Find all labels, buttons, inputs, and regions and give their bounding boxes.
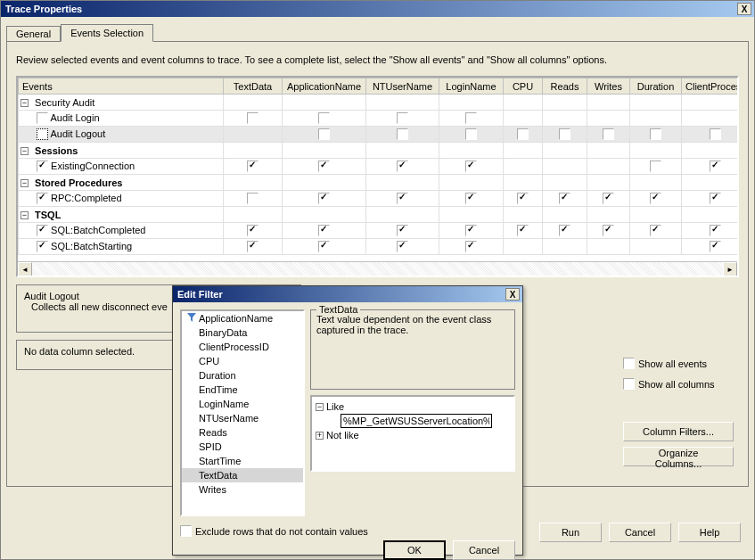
scroll-right-button[interactable]: ► — [723, 262, 737, 276]
column-list-item[interactable]: Reads — [182, 425, 303, 440]
event-row[interactable]: SQL:BatchCompleted — [19, 223, 740, 239]
cell-checkbox[interactable] — [603, 128, 614, 140]
cell-checkbox[interactable] — [247, 112, 259, 124]
cell-checkbox[interactable] — [465, 161, 477, 172]
cell-checkbox[interactable] — [650, 128, 661, 140]
tree-like-node[interactable]: − Like — [316, 400, 510, 413]
cell-checkbox[interactable] — [465, 112, 477, 124]
help-button[interactable]: Help — [678, 523, 741, 542]
cell-checkbox[interactable] — [465, 225, 477, 236]
cell-checkbox[interactable] — [603, 225, 614, 236]
column-list-item[interactable]: SPID — [182, 440, 303, 454]
column-list-item[interactable]: Writes — [182, 482, 303, 497]
cell-checkbox[interactable] — [710, 225, 721, 236]
ok-button[interactable]: OK — [383, 540, 446, 560]
collapse-icon[interactable]: − — [21, 147, 29, 155]
column-header[interactable]: ApplicationName — [283, 78, 366, 95]
cell-checkbox[interactable] — [318, 225, 330, 236]
cell-checkbox[interactable] — [318, 193, 330, 204]
event-checkbox[interactable] — [37, 161, 48, 172]
tab-events-selection[interactable]: Events Selection — [61, 24, 153, 42]
collapse-icon[interactable]: − — [21, 179, 29, 187]
show-all-columns-checkbox[interactable] — [623, 378, 635, 390]
column-header[interactable]: LoginName — [439, 78, 504, 95]
column-list-item[interactable]: ClientProcessID — [182, 340, 303, 354]
cell-checkbox[interactable] — [397, 241, 408, 252]
column-filters-button[interactable]: Column Filters... — [623, 422, 734, 441]
event-row[interactable]: Audit Login — [19, 111, 740, 127]
filter-tree[interactable]: − Like + Not like — [310, 395, 515, 472]
event-checkbox[interactable] — [37, 225, 48, 236]
cell-checkbox[interactable] — [318, 241, 330, 252]
event-row[interactable]: Audit Logout — [19, 127, 740, 143]
column-header[interactable]: NTUserName — [366, 78, 439, 95]
tree-notlike-node[interactable]: + Not like — [316, 429, 510, 441]
expand-icon[interactable]: + — [316, 432, 324, 440]
exclude-checkbox[interactable] — [180, 525, 192, 537]
column-header[interactable]: Duration — [630, 78, 682, 95]
close-button[interactable]: X — [737, 3, 751, 15]
event-checkbox[interactable] — [37, 193, 48, 204]
column-header[interactable]: TextData — [224, 78, 283, 95]
column-list-item[interactable]: Duration — [182, 368, 303, 383]
cell-checkbox[interactable] — [603, 193, 614, 204]
column-list-item[interactable]: TextData — [182, 468, 303, 482]
cell-checkbox[interactable] — [397, 128, 408, 140]
cell-checkbox[interactable] — [465, 241, 477, 252]
collapse-icon[interactable]: − — [316, 403, 324, 411]
cell-checkbox[interactable] — [397, 161, 408, 172]
event-row[interactable]: RPC:Completed — [19, 191, 740, 207]
column-list-item[interactable]: EndTime — [182, 383, 303, 397]
scroll-track[interactable] — [32, 262, 723, 276]
cell-checkbox[interactable] — [247, 161, 259, 172]
column-list-item[interactable]: CPU — [182, 354, 303, 368]
cell-checkbox[interactable] — [465, 128, 477, 140]
collapse-icon[interactable]: − — [21, 99, 29, 107]
cell-checkbox[interactable] — [397, 112, 408, 124]
group-row[interactable]: − Sessions — [19, 143, 740, 159]
column-list-item[interactable]: StartTime — [182, 454, 303, 468]
cell-checkbox[interactable] — [397, 225, 408, 236]
cell-checkbox[interactable] — [397, 193, 408, 204]
cell-checkbox[interactable] — [650, 193, 661, 204]
event-checkbox[interactable] — [37, 241, 48, 252]
dialog-close-button[interactable]: X — [505, 288, 520, 301]
organize-columns-button[interactable]: Organize Columns... — [623, 447, 734, 466]
event-row[interactable]: SQL:BatchStarting — [19, 239, 740, 255]
column-header[interactable]: Events — [19, 78, 224, 95]
column-header[interactable]: ClientProcess — [682, 78, 740, 95]
cell-checkbox[interactable] — [710, 128, 721, 140]
column-list-item[interactable]: BinaryData — [182, 325, 303, 340]
cell-checkbox[interactable] — [247, 193, 259, 204]
group-row[interactable]: − Stored Procedures — [19, 175, 740, 191]
cell-checkbox[interactable] — [465, 193, 477, 204]
column-header[interactable]: Reads — [543, 78, 587, 95]
cell-checkbox[interactable] — [247, 241, 259, 252]
cell-checkbox[interactable] — [517, 193, 529, 204]
event-checkbox[interactable] — [37, 128, 48, 140]
column-list-item[interactable]: LoginName — [182, 397, 303, 411]
cell-checkbox[interactable] — [559, 225, 570, 236]
cell-checkbox[interactable] — [247, 225, 259, 236]
column-header[interactable]: Writes — [587, 78, 630, 95]
run-button[interactable]: Run — [539, 523, 602, 542]
group-row[interactable]: − TSQL — [19, 207, 740, 223]
show-all-events-checkbox[interactable] — [623, 358, 635, 369]
cell-checkbox[interactable] — [517, 225, 529, 236]
cell-checkbox[interactable] — [710, 193, 721, 204]
event-checkbox[interactable] — [37, 112, 48, 124]
dialog-cancel-button[interactable]: Cancel — [453, 540, 515, 560]
column-list-item[interactable]: ApplicationName — [182, 311, 303, 325]
column-header[interactable]: CPU — [504, 78, 543, 95]
like-value-input[interactable] — [341, 414, 492, 428]
collapse-icon[interactable]: − — [21, 211, 29, 219]
cell-checkbox[interactable] — [318, 112, 330, 124]
cancel-button[interactable]: Cancel — [609, 523, 671, 542]
cell-checkbox[interactable] — [650, 161, 661, 172]
column-list-item[interactable]: NTUserName — [182, 411, 303, 425]
cell-checkbox[interactable] — [650, 225, 661, 236]
cell-checkbox[interactable] — [710, 161, 721, 172]
cell-checkbox[interactable] — [517, 128, 529, 140]
scroll-left-button[interactable]: ◄ — [18, 262, 32, 276]
horizontal-scrollbar[interactable]: ◄ ► — [18, 261, 737, 276]
